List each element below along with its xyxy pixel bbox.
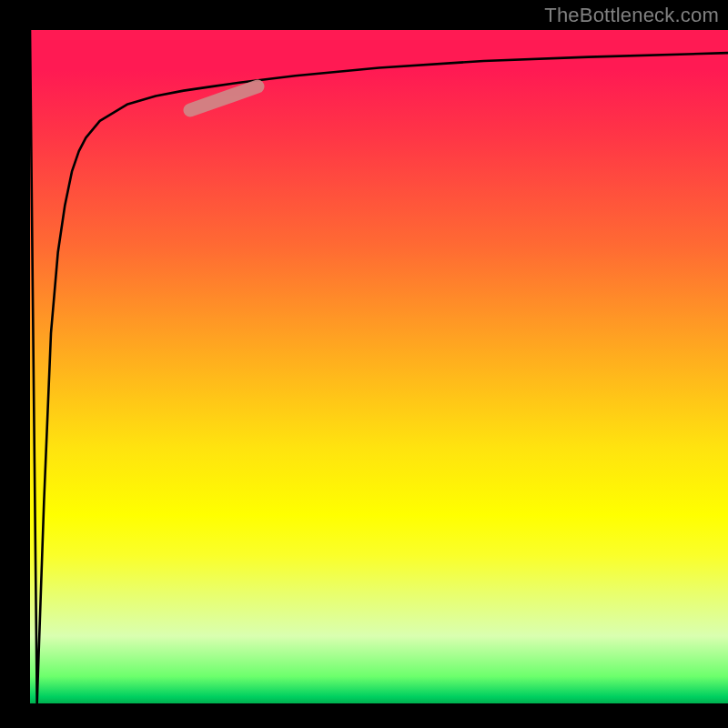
watermark-text: TheBottleneck.com: [544, 4, 719, 27]
plot-gradient-background: [30, 30, 728, 703]
chart-frame: TheBottleneck.com: [0, 0, 728, 728]
